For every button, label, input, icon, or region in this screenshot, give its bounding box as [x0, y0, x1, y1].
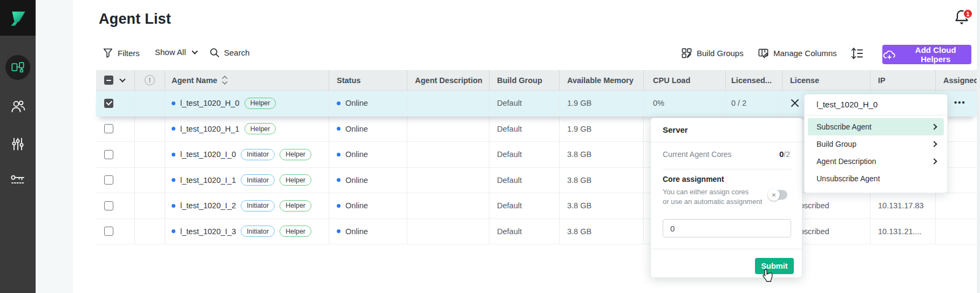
helper-tag: Helper: [280, 174, 311, 186]
ip-value: 10.131.17.83: [870, 193, 936, 219]
cores-input[interactable]: [663, 219, 791, 237]
agent-dot-icon: [172, 204, 175, 208]
agent-description-value: [407, 91, 489, 116]
core-assignment-title: Core assignment: [663, 175, 724, 183]
sidebar-item-agents[interactable]: [0, 52, 36, 83]
status-dot-icon: [337, 153, 341, 156]
submit-button[interactable]: Submit: [755, 258, 794, 274]
row-checkbox[interactable]: [104, 99, 113, 108]
header-alerts-cell: !: [135, 70, 165, 90]
submenu-chevron-icon: [931, 124, 937, 130]
selection-menu-chevron-icon[interactable]: [119, 76, 125, 82]
select-all-checkbox[interactable]: [104, 76, 113, 85]
status-dot-icon: [337, 178, 341, 182]
agent-dot-icon: [172, 229, 175, 233]
header-status[interactable]: Status: [329, 70, 407, 90]
search-label: Search: [224, 48, 250, 57]
agent-name[interactable]: l_test_1020_I_1: [180, 176, 236, 185]
agent-context-menu: l_test_1020_H_0 Subscribe Agent Build Gr…: [804, 94, 948, 193]
divider: [805, 115, 947, 115]
row-density-button[interactable]: [850, 46, 863, 60]
memory-value: 3.8 GB: [560, 193, 644, 219]
manage-columns-button[interactable]: Manage Columns: [758, 47, 837, 59]
app-logo[interactable]: [0, 0, 36, 36]
auto-assignment-toggle[interactable]: ✕: [769, 190, 787, 200]
notifications-button[interactable]: 1: [954, 9, 972, 30]
build-group-value: Default: [489, 142, 560, 167]
row-checkbox[interactable]: [104, 201, 113, 210]
assigned-value: [936, 193, 977, 219]
menu-item-agent-description[interactable]: Agent Description: [808, 153, 944, 170]
row-checkbox[interactable]: [104, 150, 113, 159]
agent-name[interactable]: l_test_1020_I_0: [180, 150, 236, 159]
show-all-dropdown[interactable]: Show All: [155, 47, 197, 57]
memory-value: 3.8 GB: [560, 168, 644, 193]
agent-dot-icon: [172, 101, 175, 105]
status-value: Online: [345, 227, 368, 236]
agent-name[interactable]: l_test_1020_I_3: [180, 227, 236, 236]
header-agent-name[interactable]: Agent Name: [165, 70, 329, 90]
chevron-down-icon: [192, 48, 198, 54]
add-cloud-helpers-button[interactable]: Add Cloud Helpers: [882, 45, 971, 64]
sidebar-item-users[interactable]: [0, 91, 36, 121]
row-checkbox[interactable]: [104, 227, 113, 236]
row-height-icon: [850, 46, 863, 60]
helper-tag: Helper: [280, 149, 311, 160]
status-value: Online: [345, 99, 368, 107]
initiator-tag: Initiator: [241, 149, 275, 160]
table-row[interactable]: l_test_1020_I_3InitiatorHelper Online De…: [96, 219, 977, 245]
row-actions-kebab-icon[interactable]: •••: [954, 98, 966, 107]
row-checkbox[interactable]: [104, 124, 113, 133]
agent-name[interactable]: l_test_1020_H_0: [180, 99, 240, 107]
header-build-group[interactable]: Build Group: [489, 70, 560, 90]
popup-title: Server: [663, 125, 688, 134]
status-dot-icon: [337, 229, 341, 233]
sidebar-item-license[interactable]: [0, 165, 36, 195]
agent-name[interactable]: l_test_1020_H_1: [180, 125, 240, 133]
initiator-tag: Initiator: [241, 174, 275, 186]
agent-list-screen: Agent List 1 Filters Show All Search Bui…: [0, 0, 980, 293]
menu-item-subscribe-agent[interactable]: Subscribe Agent: [808, 118, 944, 135]
agent-dot-icon: [172, 127, 175, 131]
header-licensed[interactable]: Licensed...: [726, 70, 782, 90]
submenu-chevron-icon: [931, 141, 937, 147]
header-agent-description[interactable]: Agent Description: [407, 70, 489, 90]
helper-tag: Helper: [280, 226, 311, 237]
sidebar-item-settings[interactable]: [0, 129, 36, 159]
row-checkbox[interactable]: [104, 175, 113, 185]
scrollbar-track[interactable]: [977, 0, 980, 293]
divider: [651, 249, 802, 249]
show-all-label: Show All: [155, 47, 186, 57]
status-value: Online: [345, 176, 368, 185]
licensed-value: 0 / 2: [726, 91, 782, 116]
header-select-cell: [96, 70, 135, 90]
status-dot-icon: [337, 204, 341, 208]
core-assignment-popup: Server Current Agent Cores 0/2 Core assi…: [650, 118, 802, 278]
submenu-chevron-icon: [931, 158, 937, 164]
agent-description-value: [407, 117, 489, 142]
current-cores-label: Current Agent Cores: [663, 150, 732, 159]
build-group-value: Default: [489, 91, 560, 116]
header-available-memory[interactable]: Available Memory: [560, 70, 644, 90]
header-assigned[interactable]: Assigned: [936, 70, 977, 90]
memory-value: 3.8 GB: [560, 142, 644, 167]
header-license[interactable]: License: [782, 70, 870, 90]
search-icon: [209, 47, 220, 58]
header-cpu-load[interactable]: CPU Load: [644, 70, 726, 90]
table-row[interactable]: l_test_1020_I_2InitiatorHelper Online De…: [96, 193, 977, 219]
filters-button[interactable]: Filters: [103, 47, 140, 58]
menu-item-build-group[interactable]: Build Group: [808, 135, 944, 153]
close-icon[interactable]: [790, 98, 800, 108]
ip-value: 10.131.21....: [870, 219, 936, 244]
search-button[interactable]: Search: [209, 47, 250, 58]
sort-icon[interactable]: [223, 77, 227, 84]
build-groups-button[interactable]: Build Groups: [681, 47, 744, 59]
agent-name[interactable]: l_test_1020_I_2: [180, 201, 236, 210]
core-assignment-hint: You can either assign cores or use an au…: [663, 187, 762, 207]
build-groups-icon: [681, 47, 692, 59]
menu-item-unsubscribe-agent[interactable]: Unsubscribe Agent: [808, 170, 944, 187]
alert-circle-icon[interactable]: !: [145, 75, 155, 85]
initiator-tag: Initiator: [241, 200, 275, 212]
add-cloud-helpers-label: Add Cloud Helpers: [900, 45, 971, 64]
header-ip[interactable]: IP: [870, 70, 936, 90]
